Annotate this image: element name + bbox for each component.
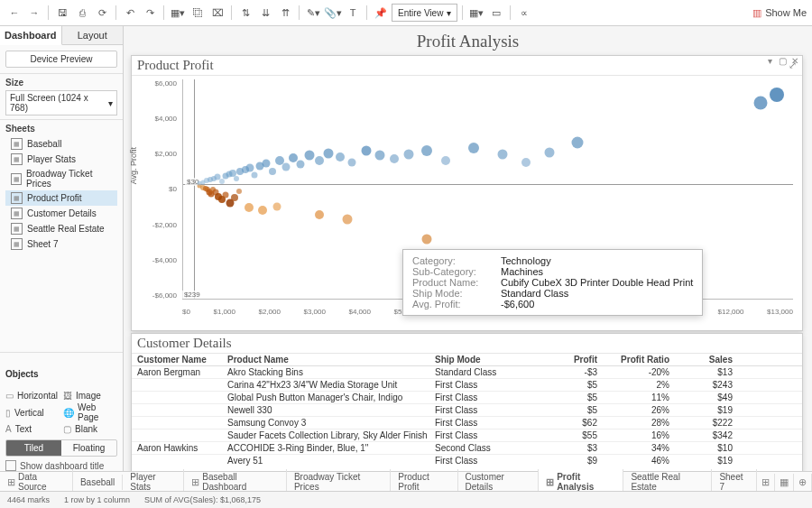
presentation-icon[interactable]: ▭ bbox=[487, 4, 505, 22]
table-row[interactable]: Avery 51First Class$946%$19 bbox=[132, 455, 802, 466]
data-point[interactable] bbox=[245, 164, 254, 172]
object-item[interactable]: ▭Horizontal bbox=[5, 391, 60, 401]
tab-dashboard[interactable]: Dashboard bbox=[0, 26, 62, 45]
label-icon[interactable]: T bbox=[344, 4, 362, 22]
table-row[interactable]: Samsung Convoy 3First Class$6228%$222 bbox=[132, 417, 802, 429]
sheet-tabs-bar: ⊞Data SourceBaseballPlayer Stats⊞Basebal… bbox=[0, 471, 812, 492]
data-point[interactable] bbox=[390, 154, 399, 163]
size-selector[interactable]: Full Screen (1024 x 768)▾ bbox=[5, 90, 117, 115]
data-point[interactable] bbox=[315, 210, 324, 219]
data-point[interactable] bbox=[422, 235, 432, 245]
refresh-icon[interactable]: ⟳ bbox=[93, 4, 111, 22]
data-point[interactable] bbox=[252, 172, 258, 179]
data-point[interactable] bbox=[348, 158, 356, 166]
data-point[interactable] bbox=[324, 148, 334, 158]
back-icon[interactable]: ← bbox=[5, 4, 23, 22]
status-bar: 4464 marks 1 row by 1 column SUM of AVG(… bbox=[0, 491, 812, 508]
data-point[interactable] bbox=[497, 149, 507, 159]
data-point[interactable] bbox=[236, 189, 242, 194]
highlight-icon[interactable]: ✎▾ bbox=[304, 4, 322, 22]
swap-icon[interactable]: ⇅ bbox=[236, 4, 254, 22]
maximize-icon[interactable]: ▢ bbox=[777, 56, 788, 67]
new-tab-icon[interactable]: ▦ bbox=[775, 474, 794, 491]
data-point[interactable] bbox=[258, 206, 267, 215]
table-row[interactable]: Aaron HawkinsACCOHIDE 3-Ring Binder, Blu… bbox=[132, 442, 802, 455]
data-point[interactable] bbox=[336, 152, 345, 162]
fit-selector[interactable]: Entire View▾ bbox=[392, 4, 457, 22]
show-me-icon: ▥ bbox=[752, 7, 761, 19]
sidebar-sheet-item[interactable]: ▦Player Stats bbox=[5, 152, 117, 167]
sidebar-sheet-item[interactable]: ▦Customer Details bbox=[5, 206, 117, 221]
data-point[interactable] bbox=[273, 203, 281, 211]
data-point[interactable] bbox=[282, 163, 291, 171]
duplicate-icon[interactable]: ⿻ bbox=[189, 4, 207, 22]
object-item[interactable]: ▯Vertical bbox=[5, 402, 60, 422]
data-point[interactable] bbox=[770, 88, 784, 102]
new-tab-icon[interactable]: ⊞ bbox=[757, 474, 775, 491]
table-row[interactable]: Sauder Facets Collection Library, Sky Al… bbox=[132, 429, 802, 442]
tiled-floating-toggle[interactable]: Tiled Floating bbox=[5, 439, 117, 457]
data-point[interactable] bbox=[262, 160, 270, 168]
forward-icon[interactable]: → bbox=[25, 4, 43, 22]
share-icon[interactable]: ∝ bbox=[515, 4, 533, 22]
data-point[interactable] bbox=[544, 147, 554, 157]
sidebar-sheet-item[interactable]: ▦Baseball bbox=[5, 136, 117, 152]
data-point[interactable] bbox=[403, 149, 413, 159]
data-point[interactable] bbox=[219, 179, 225, 184]
table-row[interactable]: Aaron BergmanAkro Stacking BinsStandard … bbox=[132, 366, 802, 379]
new-data-icon[interactable]: ⎙ bbox=[73, 4, 91, 22]
redo-icon[interactable]: ↷ bbox=[141, 4, 159, 22]
tab-layout[interactable]: Layout bbox=[62, 26, 124, 45]
table-row[interactable]: Global Push Button Manager's Chair, Indi… bbox=[132, 392, 802, 404]
show-me-button[interactable]: ▥ Show Me bbox=[752, 7, 807, 19]
sidebar-sheet-item[interactable]: ▦Product Profit bbox=[5, 190, 117, 206]
object-item[interactable]: ▢Blank bbox=[63, 424, 117, 434]
sidebar-sheet-item[interactable]: ▦Seattle Real Estate bbox=[5, 221, 117, 236]
new-sheet-icon[interactable]: ▦▾ bbox=[169, 4, 187, 22]
data-point[interactable] bbox=[315, 156, 324, 165]
close-icon[interactable]: ✕ bbox=[789, 56, 800, 67]
sidebar-sheet-item[interactable]: ▦Broadway Ticket Prices bbox=[5, 167, 117, 190]
scatter-chart[interactable]: Avg. Profit $6,000$4,000$2,000$0-$2,000-… bbox=[132, 76, 802, 321]
sort-desc-icon[interactable]: ⇈ bbox=[276, 4, 294, 22]
cards-icon[interactable]: ▦▾ bbox=[467, 4, 485, 22]
table-row[interactable]: Newell 330First Class$526%$19 bbox=[132, 404, 802, 417]
data-point[interactable] bbox=[297, 160, 305, 168]
data-point[interactable] bbox=[521, 158, 531, 167]
objects-label: Objects bbox=[5, 369, 117, 379]
size-label: Size bbox=[5, 78, 117, 88]
group-icon[interactable]: 📎▾ bbox=[324, 4, 342, 22]
clear-icon[interactable]: ⌧ bbox=[208, 4, 226, 22]
chevron-down-icon: ▾ bbox=[447, 8, 451, 18]
sort-asc-icon[interactable]: ⇊ bbox=[256, 4, 274, 22]
save-icon[interactable]: 🖫 bbox=[53, 4, 71, 22]
data-point[interactable] bbox=[343, 214, 353, 224]
sidebar-sheet-item[interactable]: ▦Sheet 7 bbox=[5, 236, 117, 252]
object-item[interactable]: AText bbox=[5, 424, 60, 434]
data-point[interactable] bbox=[375, 150, 385, 160]
data-point[interactable] bbox=[305, 151, 315, 161]
data-point[interactable] bbox=[753, 97, 767, 110]
data-point[interactable] bbox=[571, 137, 583, 149]
data-point[interactable] bbox=[441, 156, 450, 165]
data-point[interactable] bbox=[421, 145, 432, 156]
table-row[interactable]: Carina 42"Hx23 3/4"W Media Storage UnitF… bbox=[132, 379, 802, 392]
data-point[interactable] bbox=[269, 168, 276, 175]
minimize-icon[interactable]: ▾ bbox=[764, 56, 775, 67]
sheet-tab[interactable]: Baseball bbox=[73, 475, 123, 490]
data-point[interactable] bbox=[245, 203, 254, 212]
undo-icon[interactable]: ↶ bbox=[121, 4, 139, 22]
customer-table[interactable]: Customer NameProduct NameShip ModeProfit… bbox=[132, 354, 802, 466]
data-point[interactable] bbox=[231, 194, 238, 201]
object-item[interactable]: 🌐Web Page bbox=[63, 402, 117, 422]
data-point[interactable] bbox=[361, 146, 371, 156]
card-title: Product Profit bbox=[137, 58, 214, 73]
pin-icon[interactable]: 📌 bbox=[372, 4, 390, 22]
data-point[interactable] bbox=[234, 176, 239, 181]
tooltip: Category:TechnologySub-Category:Machines… bbox=[402, 249, 703, 316]
object-item[interactable]: 🖼Image bbox=[63, 391, 117, 401]
data-point[interactable] bbox=[468, 143, 479, 153]
data-point[interactable] bbox=[222, 191, 228, 198]
device-preview-button[interactable]: Device Preview bbox=[5, 51, 117, 68]
new-tab-icon[interactable]: ⊕ bbox=[794, 474, 812, 491]
